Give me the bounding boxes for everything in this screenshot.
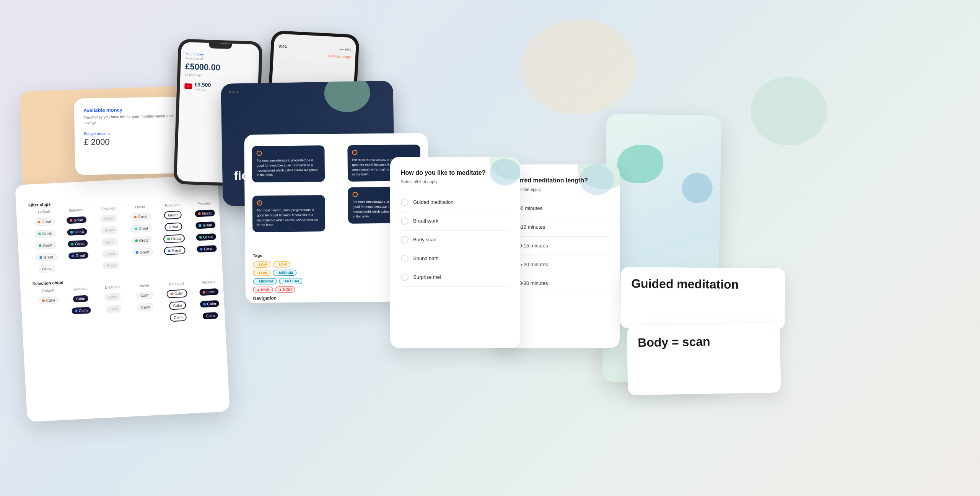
chip-default-3[interactable]: Great: [36, 241, 56, 250]
chip-hover-2[interactable]: Great: [131, 224, 152, 233]
chip-selected-1[interactable]: Great: [67, 216, 86, 224]
sel-chip-focused-3[interactable]: Calm: [170, 313, 187, 322]
sel-chip-focused-2[interactable]: Calm: [169, 301, 186, 310]
filter-chips-card: Filter chips Default Selected Disabled H…: [15, 175, 230, 422]
checkbox-surprise[interactable]: [401, 273, 409, 281]
chip-disabled-4: Great: [102, 250, 119, 258]
sel-chip-focused-1[interactable]: Calm: [166, 289, 187, 298]
sel-chip-disabled-2: Calm: [105, 305, 121, 313]
phone1-debit-label: Debit a...: [194, 88, 211, 91]
sel-col-default: Default: [33, 288, 63, 293]
chip-pressed-1[interactable]: Great: [195, 210, 215, 217]
signal-icon: ▪▪▪: [340, 47, 343, 51]
sel-chip-selected-1[interactable]: Calm: [73, 295, 88, 302]
meditation-option-body-scan-label: Body scan: [413, 237, 436, 242]
chip-selected-3[interactable]: Great: [68, 240, 88, 248]
deco-teal-blob: [617, 145, 664, 184]
chip-pressed-3[interactable]: Great: [196, 233, 216, 241]
meditation-question: How do you like to meditate?: [401, 169, 510, 177]
length-option-15-20-label: 15-20 minutes: [516, 262, 548, 267]
tooltip-info-icon-1: i: [256, 151, 262, 156]
meditation-option-surprise[interactable]: Surprise me!: [401, 268, 510, 287]
chip-disabled-3: Great: [101, 238, 118, 246]
chip-hover-1[interactable]: Great: [130, 213, 151, 221]
sel-chip-hover-2[interactable]: Calm: [137, 303, 153, 311]
tooltip-text-3: For most menstruators, progesterone is g…: [257, 207, 321, 227]
chip-focused-1[interactable]: Great: [164, 211, 182, 220]
length-option-0-5-label: 0-5 minutes: [516, 205, 542, 211]
tag-medium-1: ↑ MEDIUM: [273, 270, 296, 276]
window-dot-2: [233, 91, 235, 93]
budget-amount: £ 2000: [84, 136, 188, 148]
meditation-option-body-scan[interactable]: Body scan: [401, 231, 510, 249]
phone1-days-ago: 15 days ago: [185, 73, 254, 79]
chip-default-2[interactable]: Great: [35, 229, 55, 238]
chip-hover-4[interactable]: Great: [132, 248, 153, 257]
length-option-20-30-label: 20-30 minutes: [516, 280, 548, 286]
chip-disabled-1: Great: [100, 214, 117, 222]
chip-default-1[interactable]: Great: [34, 218, 55, 226]
tag-high-2: ▲ HIGH: [275, 286, 295, 293]
chip-default-5[interactable]: Great: [39, 265, 55, 273]
tooltip-card-1: i For most menstruators, progesterone is…: [252, 145, 325, 182]
phone1-bank-amount: £3,500: [194, 81, 211, 88]
sel-chip-selected-2[interactable]: Calm: [72, 307, 91, 314]
length-option-5-10-label: 5-10 minutes: [516, 224, 545, 230]
sel-chip-hover-1[interactable]: Calm: [137, 291, 153, 299]
chip-selected-4[interactable]: Great: [68, 252, 88, 260]
col-pressed: Pressed: [189, 200, 220, 206]
chip-pressed-2[interactable]: Great: [195, 221, 215, 229]
meditation-option-breathwork[interactable]: Breathwork: [401, 212, 510, 231]
checkbox-guided[interactable]: [401, 198, 409, 206]
meditation-option-guided[interactable]: Guided meditation: [401, 193, 510, 212]
checkbox-breathwork[interactable]: [401, 217, 409, 225]
available-money-subtitle: The money you have left for your monthly…: [83, 113, 187, 126]
sel-chip-pressed-3[interactable]: Calm: [203, 312, 218, 319]
body-scan-text: Body = scan: [638, 333, 770, 350]
sel-chip-default-1[interactable]: Calm: [39, 296, 59, 305]
meditation-option-sound-bath-label: Sound bath: [413, 255, 439, 261]
nav-label: Navigation: [253, 295, 277, 301]
tooltip-card-3: i For most menstruators, progesterone is…: [252, 195, 325, 232]
chip-disabled-5: Great: [103, 261, 119, 269]
sel-chip-pressed-2[interactable]: Calm: [200, 300, 219, 308]
sel-col-focused: Focused: [161, 281, 192, 286]
phone2-time: 9:41: [278, 44, 287, 49]
chip-focused-4[interactable]: Great: [164, 246, 186, 255]
tag-low-1: ↑ LOW: [253, 262, 270, 268]
meditation-option-breathwork-label: Breathwork: [413, 218, 438, 224]
deco-blob-green: [324, 81, 371, 112]
checkbox-sound-bath[interactable]: [401, 255, 409, 262]
chip-selected-2[interactable]: Great: [67, 228, 87, 236]
tag-medium-2: ↑ MEDIUM: [253, 278, 277, 285]
tooltip-info-icon-3: i: [257, 200, 262, 206]
tooltip-info-icon-2: i: [352, 150, 357, 155]
col-selected: Selected: [61, 207, 91, 213]
wifi-icon: WiFi: [345, 48, 351, 52]
window-dot-1: [229, 91, 231, 93]
chip-focused-2[interactable]: Great: [164, 223, 182, 231]
window-dot-3: [236, 91, 239, 93]
phone-notch: [209, 43, 232, 49]
chip-disabled-2: Great: [101, 226, 118, 234]
checkbox-body-scan[interactable]: [401, 236, 409, 244]
available-money-title: Available money: [83, 106, 187, 114]
meditation-option-sound-bath[interactable]: Sound bath: [401, 249, 510, 268]
chip-focused-3[interactable]: Great: [163, 234, 185, 243]
meditation-option-guided-label: Guided meditation: [413, 199, 454, 205]
col-focused: Focused: [157, 202, 187, 208]
deco-blue-blob: [682, 172, 713, 203]
chip-default-4[interactable]: Great: [36, 253, 57, 262]
col-disabled: Disabled: [93, 206, 123, 211]
chip-pressed-4[interactable]: Great: [197, 245, 217, 253]
tag-medium-3: ↑ MEDIUM: [279, 278, 303, 285]
tag-low-3: ↑ LOW: [253, 270, 270, 276]
meditation-option-surprise-label: Surprise me!: [413, 274, 441, 280]
phone2-edit-spendings[interactable]: Edit spendings: [328, 54, 351, 59]
sel-chip-disabled-1: Calm: [105, 293, 121, 301]
length-option-10-15-label: 10-15 minutes: [516, 243, 548, 249]
tag-low-2: ↑ LOW: [273, 261, 290, 267]
sel-chip-pressed-1[interactable]: Calm: [199, 288, 218, 296]
chip-hover-3[interactable]: Great: [132, 236, 152, 245]
sel-col-pressed: Pressed: [193, 279, 224, 285]
